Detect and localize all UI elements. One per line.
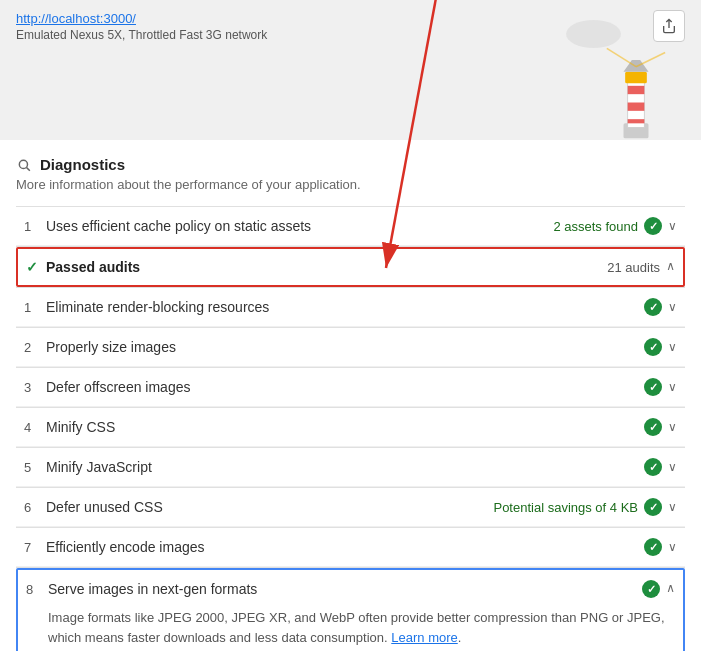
passed-audits-count: 21 audits [607,260,660,275]
audit-chevron-down-icon-3[interactable]: ∨ [668,380,677,394]
audit-label-8: Serve images in next-gen formats [48,581,642,597]
audit-check-icon-1 [644,298,662,316]
learn-more-link[interactable]: Learn more [391,630,457,645]
audit-check-icon-7 [644,538,662,556]
audit-row-1[interactable]: 1 Eliminate render-blocking resources ∨ [16,288,685,327]
audit-right-1: ∨ [644,298,677,316]
diagnostics-title: Diagnostics [40,156,125,173]
cache-audit-right: 2 assets found ∨ [553,217,677,235]
audit-num-3: 3 [24,380,46,395]
share-button[interactable] [653,10,685,42]
audit-right-8: ∨ [642,580,675,598]
audit-num-7: 7 [24,540,46,555]
header-url[interactable]: http://localhost:3000/ [16,11,136,26]
svg-rect-4 [628,119,645,123]
audit-right-5: ∨ [644,458,677,476]
audit-label-4: Minify CSS [46,419,644,435]
passed-audits-row[interactable]: ✓ Passed audits 21 audits ∨ [16,247,685,287]
audit-chevron-down-icon-6[interactable]: ∨ [668,500,677,514]
audit-chevron-up-icon-8[interactable]: ∨ [666,582,675,596]
svg-line-8 [636,53,665,67]
audit-check-icon-6 [644,498,662,516]
audit-check-icon-5 [644,458,662,476]
audit-chevron-down-icon-4[interactable]: ∨ [668,420,677,434]
audit-right-6: Potential savings of 4 KB ∨ [493,498,677,516]
audit-row-7[interactable]: 7 Efficiently encode images ∨ [16,528,685,567]
cache-check-icon [644,217,662,235]
cache-assets-text: 2 assets found [553,219,638,234]
audit-num-1: 1 [24,300,46,315]
audit-chevron-down-icon-5[interactable]: ∨ [668,460,677,474]
audit-right-4: ∨ [644,418,677,436]
audit-label-5: Minify JavaScript [46,459,644,475]
audit-row-5[interactable]: 5 Minify JavaScript ∨ [16,448,685,487]
lighthouse-icon [601,40,671,140]
svg-line-10 [27,167,30,170]
audit-label-3: Defer offscreen images [46,379,644,395]
svg-rect-5 [625,72,647,84]
audit-check-icon-3 [644,378,662,396]
audit-label-7: Efficiently encode images [46,539,644,555]
audit-description-8: Image formats like JPEG 2000, JPEG XR, a… [18,608,683,651]
audit-label-6: Defer unused CSS [46,499,493,515]
audit-check-icon-4 [644,418,662,436]
svg-point-9 [19,160,27,168]
audit-chevron-down-icon-2[interactable]: ∨ [668,340,677,354]
audit-row-2[interactable]: 2 Properly size images ∨ [16,328,685,367]
audit-num-8: 8 [26,582,48,597]
audit-num-4: 4 [24,420,46,435]
header: http://localhost:3000/ Emulated Nexus 5X… [0,0,701,140]
audit-row-6[interactable]: 6 Defer unused CSS Potential savings of … [16,488,685,527]
audit-num-6: 6 [24,500,46,515]
svg-line-7 [607,48,636,66]
audit-list: 1 Eliminate render-blocking resources ∨ … [16,288,685,651]
audit-row-8-header: 8 Serve images in next-gen formats ∨ [18,570,683,608]
passed-check-icon: ✓ [26,259,38,275]
audit-right-7: ∨ [644,538,677,556]
audit-right-3: ∨ [644,378,677,396]
cache-audit-number: 1 [24,219,46,234]
audit-row-4[interactable]: 4 Minify CSS ∨ [16,408,685,447]
cache-chevron-down-icon[interactable]: ∨ [668,219,677,233]
audit-label-1: Eliminate render-blocking resources [46,299,644,315]
audit-chevron-down-icon-7[interactable]: ∨ [668,540,677,554]
audit-check-icon-8 [642,580,660,598]
diagnostics-description: More information about the performance o… [16,177,685,192]
passed-audits-label: Passed audits [46,259,607,275]
audit-savings-text-6: Potential savings of 4 KB [493,500,638,515]
audit-row-8-expanded[interactable]: 8 Serve images in next-gen formats ∨ Ima… [16,568,685,651]
passed-audits-chevron-up-icon[interactable]: ∨ [666,260,675,274]
main-content: Diagnostics More information about the p… [0,140,701,651]
audit-num-5: 5 [24,460,46,475]
audit-label-2: Properly size images [46,339,644,355]
cache-audit-label: Uses efficient cache policy on static as… [46,218,553,234]
svg-rect-2 [628,86,645,94]
audit-row-3[interactable]: 3 Defer offscreen images ∨ [16,368,685,407]
audit-check-icon-2 [644,338,662,356]
audit-chevron-down-icon-1[interactable]: ∨ [668,300,677,314]
audit-num-2: 2 [24,340,46,355]
diagnostics-header: Diagnostics [16,156,685,173]
audit-right-2: ∨ [644,338,677,356]
search-icon [16,157,32,173]
cache-audit-row[interactable]: 1 Uses efficient cache policy on static … [16,207,685,246]
svg-rect-3 [628,103,645,111]
